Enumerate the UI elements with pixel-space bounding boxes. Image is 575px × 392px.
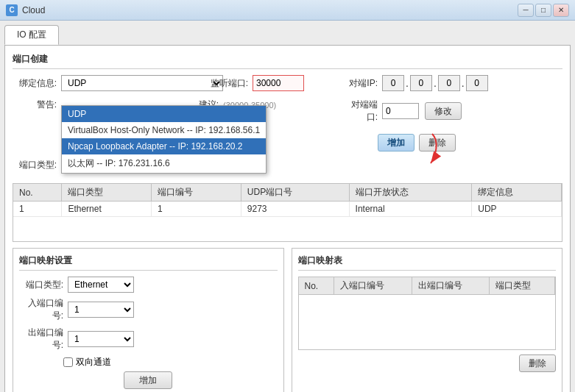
out-port-select[interactable]: 1 <box>68 331 134 347</box>
peer-port-label: 对端端口: <box>341 99 378 124</box>
in-port-select[interactable]: 1 <box>68 302 134 318</box>
port-creation-section: 端口创建 绑定信息: UDP 警告: <box>13 53 562 177</box>
ip-input-group: . . . <box>382 75 488 91</box>
map-col-type: 端口类型 <box>489 277 554 295</box>
dropdown-item-ethernet[interactable]: 以太网 -- IP: 176.231.16.6 <box>62 154 266 173</box>
cell-port-type: Ethernet <box>62 202 152 217</box>
ip-seg-1[interactable] <box>382 75 404 91</box>
port-creation-title: 端口创建 <box>13 53 562 69</box>
bottom-section: 端口映射设置 端口类型: Ethernet 入端口编号: 1 出端口编号: <box>13 248 562 392</box>
cell-port-no: 1 <box>152 202 241 217</box>
ip-seg-4[interactable] <box>466 75 488 91</box>
app-icon: C <box>6 4 18 16</box>
listen-port-input[interactable] <box>253 75 304 91</box>
mapping-table: No. 入端口编号 出端口编号 端口类型 <box>299 277 556 295</box>
col-no: No. <box>13 184 62 202</box>
bidirectional-row: 双向通道 <box>63 356 278 368</box>
mapping-delete-button[interactable]: 删除 <box>519 354 556 372</box>
map-port-type-row: 端口类型: Ethernet <box>19 277 278 293</box>
warn-label: 警告: <box>13 99 57 111</box>
col-port-type: 端口类型 <box>62 184 152 202</box>
dropdown-item-npcap[interactable]: Npcap Loopback Adapter -- IP: 192.168.20… <box>62 138 266 154</box>
cell-udp-port: 9273 <box>241 202 349 217</box>
add-port-button[interactable]: 增加 <box>378 134 415 152</box>
in-port-row: 入端口编号: 1 <box>19 297 278 322</box>
peer-ip-label: 对端IP: <box>341 77 378 90</box>
maximize-button[interactable]: □ <box>535 4 551 17</box>
ip-seg-2[interactable] <box>410 75 432 91</box>
col-udp-port: UDP端口号 <box>241 184 349 202</box>
map-col-out-port: 出端口编号 <box>412 277 489 295</box>
port-type-label: 端口类型: <box>13 159 57 171</box>
map-col-in-port: 入端口编号 <box>334 277 412 295</box>
cell-status: Internal <box>349 202 472 217</box>
close-button[interactable]: ✕ <box>553 4 569 17</box>
col-status: 端口开放状态 <box>349 184 472 202</box>
minimize-button[interactable]: ─ <box>518 4 534 17</box>
mapping-add-button[interactable]: 增加 <box>124 371 172 389</box>
in-port-label: 入端口编号: <box>19 297 63 322</box>
mapping-table-title: 端口映射表 <box>298 254 557 271</box>
listen-port-row: 监听端口: <box>197 75 304 91</box>
window-controls: ─ □ ✕ <box>518 4 569 17</box>
col-bind: 绑定信息 <box>472 184 562 202</box>
main-container: IO 配置 端口创建 绑定信息: UDP 警告: <box>0 21 575 392</box>
port-mapping-settings: 端口映射设置 端口类型: Ethernet 入端口编号: 1 出端口编号: <box>13 248 284 392</box>
modify-button[interactable]: 修改 <box>425 102 462 120</box>
dropdown-item-udp[interactable]: UDP <box>62 106 266 122</box>
title-bar: C Cloud ─ □ ✕ <box>0 0 575 21</box>
peer-port-row: 对端端口: 修改 <box>341 99 488 124</box>
map-port-type-select[interactable]: Ethernet <box>68 277 134 293</box>
cell-no: 1 <box>13 202 62 217</box>
dropdown-item-vbox[interactable]: VirtualBox Host-Only Network -- IP: 192.… <box>62 122 266 138</box>
window-title: Cloud <box>22 5 518 15</box>
out-port-label: 出端口编号: <box>19 327 63 352</box>
delete-port-button[interactable]: 删除 <box>419 134 456 152</box>
main-panel: 端口创建 绑定信息: UDP 警告: <box>4 45 571 392</box>
port-table: No. 端口类型 端口编号 UDP端口号 端口开放状态 绑定信息 1 Ether… <box>13 184 562 217</box>
tab-bar: IO 配置 <box>4 25 571 45</box>
right-form: 对端IP: . . . 对端端口: <box>341 75 488 152</box>
out-port-row: 出端口编号: 1 <box>19 327 278 352</box>
bind-label: 绑定信息: <box>13 77 57 90</box>
tab-io-config[interactable]: IO 配置 <box>4 25 59 45</box>
bidirectional-label[interactable]: 双向通道 <box>76 356 111 368</box>
cell-bind: UDP <box>472 202 562 217</box>
port-mapping-table-section: 端口映射表 No. 入端口编号 出端口编号 端口类型 <box>292 248 563 392</box>
ip-seg-3[interactable] <box>438 75 460 91</box>
bidirectional-checkbox[interactable] <box>63 357 73 367</box>
mapping-settings-title: 端口映射设置 <box>19 254 278 271</box>
bind-dropdown[interactable]: UDP VirtualBox Host-Only Network -- IP: … <box>61 105 267 174</box>
map-port-type-label: 端口类型: <box>19 279 63 291</box>
col-port-no: 端口编号 <box>152 184 241 202</box>
map-col-no: No. <box>299 277 334 295</box>
port-table-container: No. 端口类型 端口编号 UDP端口号 端口开放状态 绑定信息 1 Ether… <box>13 183 562 242</box>
listen-port-label: 监听端口: <box>197 77 248 90</box>
table-row[interactable]: 1 Ethernet 1 9273 Internal UDP <box>13 202 562 217</box>
peer-ip-row: 对端IP: . . . <box>341 75 488 91</box>
peer-port-input[interactable] <box>382 103 419 119</box>
